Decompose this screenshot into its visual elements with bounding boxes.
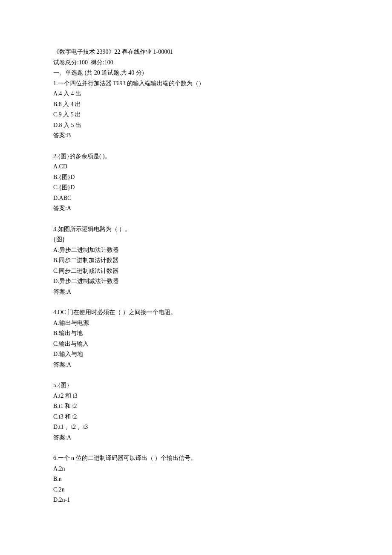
question-stem: 4.OC 门在使用时必须在（ ）之间接一个电阻。 <box>53 307 339 318</box>
question-answer: 答案:B <box>53 130 339 141</box>
question-option: D.输入与地 <box>53 349 339 360</box>
question-option: C.t3 和 t2 <box>53 412 339 422</box>
question-answer: 答案:A <box>53 203 339 214</box>
question-stem: 6.一个 n 位的二进制译码器可以译出（ ）个输出信号。 <box>53 453 339 464</box>
question-gap <box>53 297 339 307</box>
question-option: A.4 入 4 出 <box>53 89 339 99</box>
question-option: D.2n-1 <box>53 495 339 506</box>
question-option: A.2n <box>53 464 339 474</box>
question-answer: 答案:A <box>53 287 339 298</box>
doc-title: 《数字电子技术 2390》22 春在线作业 1-00001 <box>53 47 339 58</box>
question-figure-placeholder: {图} <box>53 234 339 245</box>
question-option: C.{图}D <box>53 182 339 193</box>
question-option: B.同步二进制加法计数器 <box>53 255 339 266</box>
question-option: D.异步二进制减法计数器 <box>53 276 339 287</box>
question-option: C.同步二进制减法计数器 <box>53 266 339 277</box>
question-option: A.异步二进制加法计数器 <box>53 245 339 256</box>
question-option: A.t2 和 t3 <box>53 391 339 402</box>
questions-container: 1.一个四位并行加法器 T693 的输入端输出端的个数为（）A.4 入 4 出B… <box>53 78 339 506</box>
question-option: D.8 入 5 出 <box>53 120 339 131</box>
score-line: 试卷总分:100 得分:100 <box>53 58 339 68</box>
question-gap <box>53 141 339 151</box>
question-option: B.{图}D <box>53 172 339 183</box>
question-gap <box>53 370 339 380</box>
question-option: C.2n <box>53 485 339 495</box>
question-option: D.t1 、t2 、t3 <box>53 422 339 433</box>
question-option: C.9 入 5 出 <box>53 110 339 120</box>
question-stem: 1.一个四位并行加法器 T693 的输入端输出端的个数为（） <box>53 78 339 89</box>
question-option: B.输出与地 <box>53 328 339 339</box>
question-option: D.ABC <box>53 193 339 204</box>
question-stem: 3.如图所示逻辑电路为（ ）。 <box>53 224 339 235</box>
question-answer: 答案:A <box>53 360 339 370</box>
question-stem: 2.{图}的多余项是( )。 <box>53 151 339 162</box>
question-option: B.t1 和 t2 <box>53 401 339 412</box>
section-title: 一、单选题 (共 20 道试题,共 40 分) <box>53 68 339 78</box>
document-page: 《数字电子技术 2390》22 春在线作业 1-00001 试卷总分:100 得… <box>0 0 392 555</box>
question-option: C.输出与输入 <box>53 339 339 350</box>
question-gap <box>53 214 339 224</box>
question-option: A.输出与电源 <box>53 318 339 329</box>
question-option: B.n <box>53 474 339 485</box>
question-option: A.CD <box>53 162 339 172</box>
question-gap <box>53 443 339 453</box>
question-option: B.8 入 4 出 <box>53 99 339 110</box>
question-answer: 答案:A <box>53 433 339 443</box>
question-stem: 5.{图} <box>53 380 339 391</box>
